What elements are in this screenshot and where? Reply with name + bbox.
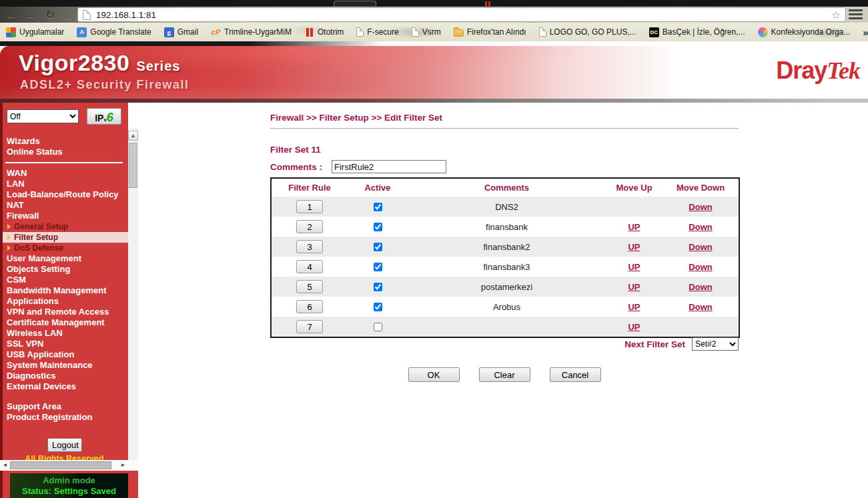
- bookmark-trimline-uygarmim[interactable]: cPTrimline-UygarMiM: [211, 27, 292, 37]
- sidebar-item-wireless-lan[interactable]: Wireless LAN: [3, 328, 128, 339]
- bookmark-gmail[interactable]: gGmail: [164, 27, 198, 37]
- active-checkbox-4[interactable]: [374, 263, 382, 271]
- home-icon[interactable]: ⌂: [63, 9, 70, 21]
- sidebar-horizontal-scrollbar[interactable]: ◄ ►: [0, 460, 138, 471]
- bookmark-star-icon[interactable]: ☆: [831, 9, 841, 21]
- bookmark-f-secure[interactable]: F-secure: [356, 27, 398, 37]
- bookmark-firefox-tan-al-nd[interactable]: Firefox'tan Alındı: [454, 27, 526, 37]
- sidebar-item-load-balance-route-policy[interactable]: Load-Balance/Route Policy: [3, 189, 128, 200]
- active-checkbox-1[interactable]: [374, 203, 382, 211]
- banner-top-strip: [0, 41, 384, 46]
- product-subtitle: ADSL2+ Security Firewall: [20, 78, 189, 92]
- refresh-icon[interactable]: ↻: [45, 9, 55, 21]
- active-checkbox-7[interactable]: [374, 323, 382, 331]
- sidebar-vertical-scrollbar[interactable]: ▲ ▼: [128, 128, 138, 498]
- menu-divider: [5, 162, 123, 163]
- sidebar-item-csm[interactable]: CSM: [3, 275, 128, 285]
- bookmark-label: Uygulamalar: [19, 27, 64, 37]
- rule-button-6[interactable]: 6: [296, 300, 323, 313]
- column-header-active: Active: [348, 178, 408, 197]
- sidebar-item-user-management[interactable]: User Management: [3, 253, 128, 264]
- bookmark-konfeksiyonda-orga[interactable]: Konfeksiyonda Orga...: [758, 27, 851, 37]
- sidebar-item-filter-setup[interactable]: Filter Setup: [3, 232, 128, 243]
- browser-menu-icon[interactable]: [849, 9, 863, 19]
- comments-input[interactable]: [332, 160, 446, 173]
- move-up-link-5[interactable]: UP: [628, 282, 640, 292]
- cancel-button[interactable]: Cancel: [550, 367, 601, 382]
- move-down-link-1[interactable]: Down: [689, 202, 712, 212]
- move-up-link-4[interactable]: UP: [628, 262, 640, 272]
- scroll-right-icon[interactable]: ►: [119, 461, 127, 470]
- vertical-scroll-thumb[interactable]: [129, 143, 137, 188]
- sidebar-item-usb-application[interactable]: USB Application: [3, 349, 128, 360]
- bookmark-ototrim[interactable]: Ototrim: [304, 27, 344, 37]
- sidebar-item-support-area[interactable]: Support Area: [3, 401, 128, 412]
- rule-button-3[interactable]: 3: [296, 240, 323, 253]
- forward-icon[interactable]: →: [25, 9, 37, 21]
- sidebar-item-ssl-vpn[interactable]: SSL VPN: [3, 339, 128, 349]
- clear-button[interactable]: Clear: [479, 367, 530, 382]
- rule-button-2[interactable]: 2: [296, 220, 323, 233]
- sidebar-item-product-registration[interactable]: Product Registration: [3, 412, 128, 423]
- url-text[interactable]: 192.168.1.1:81: [96, 10, 156, 20]
- rule-button-5[interactable]: 5: [296, 280, 323, 293]
- move-up-link-3[interactable]: UP: [628, 242, 640, 252]
- logout-button[interactable]: Logout: [47, 438, 82, 452]
- rule-button-7[interactable]: 7: [296, 320, 323, 333]
- move-down-link-4[interactable]: Down: [689, 262, 712, 272]
- bookmark-vsrm[interactable]: Vsrm: [412, 27, 441, 37]
- bookmark-logo-go-go-plus[interactable]: LOGO GO, GO PLUS,...: [539, 27, 636, 37]
- sidebar-item-external-devices[interactable]: External Devices: [3, 381, 128, 392]
- dc-icon: DC: [649, 27, 659, 37]
- scroll-left-icon[interactable]: ◄: [1, 461, 9, 470]
- sidebar-item-diagnostics[interactable]: Diagnostics: [3, 371, 128, 381]
- rule-button-1[interactable]: 1: [296, 200, 323, 213]
- bookmark-label: Firefox'tan Alındı: [467, 27, 526, 37]
- active-checkbox-2[interactable]: [374, 223, 382, 231]
- back-icon[interactable]: ←: [5, 9, 17, 21]
- move-down-link-3[interactable]: Down: [689, 242, 712, 252]
- horizontal-scroll-thumb[interactable]: [10, 461, 111, 469]
- sidebar-item-online-status[interactable]: Online Status: [3, 147, 128, 157]
- sidebar-item-wan[interactable]: WAN: [3, 168, 128, 179]
- sidebar-item-firewall[interactable]: Firewall: [3, 211, 128, 221]
- move-up-link-6[interactable]: UP: [628, 302, 640, 312]
- sidebar-item-dos-defense[interactable]: DoS Defense: [3, 243, 128, 253]
- bookmark-bas-ek-i-zle-ren[interactable]: DCBasÇek | İzle, Öğren,...: [649, 27, 745, 37]
- active-checkbox-5[interactable]: [374, 283, 382, 291]
- next-filter-set-select[interactable]: Set#2: [692, 337, 739, 351]
- browser-toolbar: ← → ↻ ⌂ 192.168.1.1:81 ☆: [0, 7, 868, 23]
- sidebar-item-system-maintenance[interactable]: System Maintenance: [3, 360, 128, 371]
- browser-tab[interactable]: [334, 1, 376, 7]
- sidebar-item-wizards[interactable]: Wizards: [3, 136, 128, 147]
- rule-button-4[interactable]: 4: [296, 260, 323, 273]
- sidebar-item-nat[interactable]: NAT: [3, 200, 128, 211]
- move-up-link-2[interactable]: UP: [628, 222, 640, 232]
- bookmark-google-translate[interactable]: AGoogle Translate: [77, 27, 151, 37]
- ok-button[interactable]: OK: [408, 367, 460, 382]
- move-down-link-5[interactable]: Down: [689, 282, 712, 292]
- sidebar-item-certificate-management[interactable]: Certificate Management: [3, 317, 128, 328]
- active-checkbox-6[interactable]: [374, 303, 382, 311]
- sidebar-item-general-setup[interactable]: General Setup: [3, 221, 128, 232]
- address-bar[interactable]: 192.168.1.1:81 ☆: [77, 7, 846, 22]
- move-up-link-7[interactable]: UP: [628, 322, 640, 332]
- status-box: Admin mode Status: Settings Saved: [10, 473, 128, 498]
- bookmark-label: Trimline-UygarMiM: [224, 27, 292, 37]
- sidebar-item-applications[interactable]: Applications: [3, 296, 128, 307]
- bookmarks-overflow-icon[interactable]: »: [863, 27, 868, 38]
- ipv6-button[interactable]: IPv6: [87, 108, 121, 125]
- sidebar-item-objects-setting[interactable]: Objects Setting: [3, 264, 128, 275]
- scroll-up-icon[interactable]: ▲: [128, 131, 138, 141]
- bookmark-label: Google Translate: [90, 27, 151, 37]
- move-down-link-2[interactable]: Down: [689, 222, 712, 232]
- active-checkbox-3[interactable]: [374, 243, 382, 251]
- sidebar-item-bandwidth-management[interactable]: Bandwidth Management: [3, 285, 128, 296]
- mode-select[interactable]: Off: [7, 109, 79, 123]
- bookmark-uygulamalar[interactable]: Uygulamalar: [6, 27, 64, 37]
- move-down-link-6[interactable]: Down: [689, 302, 712, 312]
- filter-rules-table: Filter RuleActiveCommentsMove UpMove Dow…: [270, 177, 740, 338]
- column-header-comments: Comments: [408, 178, 606, 197]
- sidebar-item-lan[interactable]: LAN: [3, 179, 128, 189]
- sidebar-item-vpn-and-remote-access[interactable]: VPN and Remote Access: [3, 307, 128, 317]
